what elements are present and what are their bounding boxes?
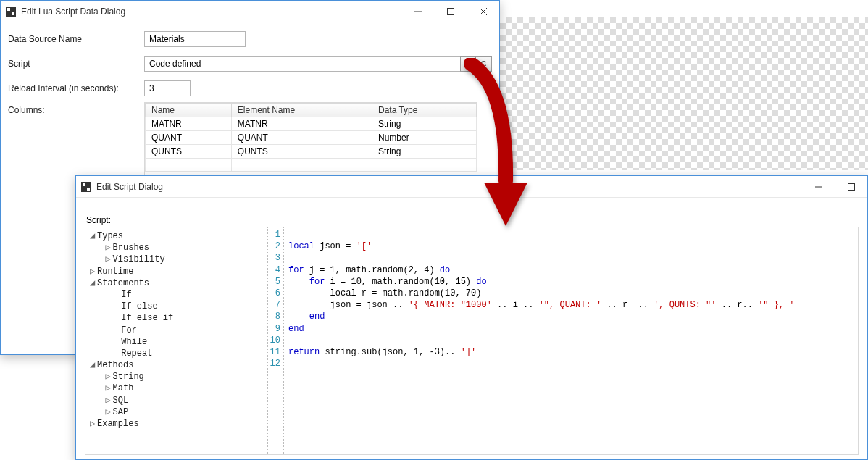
col-header-data-type[interactable]: Data Type xyxy=(372,104,476,117)
columns-label: Columns: xyxy=(8,105,144,115)
tree-runtime[interactable]: Runtime xyxy=(97,267,133,277)
table-row[interactable]: MATNR MATNR String xyxy=(146,117,477,131)
tree-while[interactable]: While xyxy=(121,337,147,347)
svg-rect-10 xyxy=(87,188,90,191)
tree-string[interactable]: String xyxy=(113,372,144,382)
tree-types[interactable]: Types xyxy=(97,231,123,241)
tree-statements[interactable]: Statements xyxy=(97,278,149,288)
background-topbar xyxy=(500,0,868,17)
svg-rect-1 xyxy=(7,8,10,11)
reload-interval-input[interactable] xyxy=(144,80,191,96)
tree-brushes[interactable]: Brushes xyxy=(113,243,149,253)
tree-sap[interactable]: SAP xyxy=(113,407,129,417)
script-label: Script xyxy=(8,59,144,69)
dlg2-title: Edit Script Dialog xyxy=(96,182,802,192)
tree-math[interactable]: Math xyxy=(113,383,134,393)
maximize-button[interactable] xyxy=(434,1,467,22)
editor-area: ◢Types ▷Brushes ▷Visibility ▷Runtime ◢St… xyxy=(85,227,859,455)
tree-if[interactable]: If xyxy=(121,290,131,300)
app-icon xyxy=(5,6,17,17)
tree-if-else-if[interactable]: If else if xyxy=(121,313,173,323)
reload-interval-label: Reload Interval (in seconds): xyxy=(8,83,144,93)
script-input[interactable] xyxy=(144,56,460,72)
table-row[interactable]: QUANT QUANT Number xyxy=(146,131,477,145)
tree-methods[interactable]: Methods xyxy=(97,360,133,370)
minimize-button[interactable] xyxy=(802,176,835,198)
col-header-element-name[interactable]: Element Name xyxy=(231,104,372,117)
maximize-button[interactable] xyxy=(835,176,867,198)
script-section-label: Script: xyxy=(86,215,859,225)
app-icon xyxy=(80,181,92,193)
dlg2-titlebar[interactable]: Edit Script Dialog xyxy=(76,176,867,198)
svg-rect-2 xyxy=(12,12,14,15)
table-row[interactable]: QUNTS QUNTS String xyxy=(146,145,477,159)
line-number-gutter: 1 2 3 4 5 6 7 8 9 10 11 12 xyxy=(268,227,284,454)
snippet-tree[interactable]: ◢Types ▷Brushes ▷Visibility ▷Runtime ◢St… xyxy=(85,227,268,454)
data-source-name-label: Data Source Name xyxy=(8,34,144,44)
code-editor[interactable]: local json = '[' for j = 1, math.random(… xyxy=(284,227,858,454)
script-clear-button[interactable]: X xyxy=(460,56,476,72)
checker-background xyxy=(500,17,868,170)
minimize-button[interactable] xyxy=(401,1,434,22)
col-header-name[interactable]: Name xyxy=(146,104,232,117)
table-row-empty[interactable] xyxy=(146,159,477,172)
dlg1-title: Edit Lua Script Data Dialog xyxy=(21,7,401,17)
tree-for[interactable]: For xyxy=(121,325,137,335)
tree-sql[interactable]: SQL xyxy=(113,396,129,406)
edit-script-dialog: Edit Script Dialog Script: ◢Types ▷Brush… xyxy=(75,175,868,460)
tree-repeat[interactable]: Repeat xyxy=(121,348,152,359)
script-edit-button[interactable]: C xyxy=(476,56,492,72)
svg-rect-4 xyxy=(447,8,454,14)
data-source-name-input[interactable] xyxy=(144,31,246,47)
tree-if-else[interactable]: If else xyxy=(121,301,157,311)
svg-rect-12 xyxy=(848,183,854,190)
close-button[interactable] xyxy=(467,1,499,22)
dlg1-titlebar[interactable]: Edit Lua Script Data Dialog xyxy=(1,1,499,22)
tree-visibility[interactable]: Visibility xyxy=(113,254,165,264)
tree-examples[interactable]: Examples xyxy=(97,419,139,429)
svg-rect-9 xyxy=(83,183,85,186)
